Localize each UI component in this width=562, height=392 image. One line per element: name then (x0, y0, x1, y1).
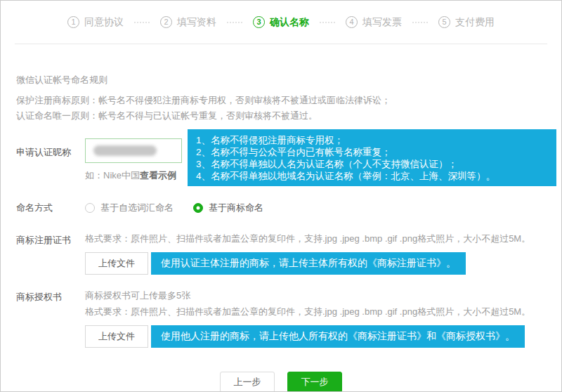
radio-trademark-naming[interactable]: 基于商标命名 (193, 202, 263, 214)
naming-method-row: 命名方式 基于自选词汇命名 基于商标命名 (16, 202, 561, 214)
tooltip-rule-line: 3、名称不得单独以人名为认证名称（个人不支持微信认证）； (196, 158, 548, 170)
step-label: 支付费用 (455, 16, 495, 29)
trademark-auth-column: 商标授权书可上传最多5张 格式要求：原件照片、扫描件或者加盖公章的复印件，支持.… (85, 289, 561, 348)
trademark-cert-upload-button[interactable]: 上传文件 (85, 252, 148, 275)
nickname-rules-tooltip: 1、名称不得侵犯注册商标专用权； 2、名称不得与公众平台内已有帐号名称重复； 3… (188, 129, 556, 186)
trademark-auth-row: 商标授权书 商标授权书可上传最多5张 格式要求：原件照片、扫描件或者加盖公章的复… (16, 289, 561, 348)
trademark-cert-format-note: 格式要求：原件照片、扫描件或者加盖公章的复印件，支持.jpg .jpeg .bm… (85, 233, 561, 245)
step-number-icon: 3 (253, 16, 265, 28)
wechat-verification-page: 1 同意协议 2 填写资料 3 确认名称 4 填写发票 5 支付费用 微信认证帐… (0, 0, 562, 392)
step-number-icon: 1 (67, 16, 79, 28)
footer-actions: 上一步 下一步 (1, 372, 561, 392)
step-fill-invoice: 4 填写发票 (346, 16, 402, 29)
trademark-cert-column: 格式要求：原件照片、扫描件或者加盖公章的复印件，支持.jpg .jpeg .bm… (85, 233, 561, 275)
step-number-icon: 5 (438, 16, 450, 28)
nickname-input[interactable] (85, 138, 182, 163)
step-separator (412, 22, 428, 23)
step-label: 填写资料 (177, 16, 216, 29)
radio-option-label: 基于自选词汇命名 (100, 202, 174, 214)
trademark-auth-upload-button[interactable]: 上传文件 (85, 325, 148, 348)
nickname-label: 申请认证昵称 (16, 129, 85, 159)
radio-selected-icon (193, 203, 203, 213)
nickname-hint-prefix: 如：Nike中国 (85, 170, 140, 181)
nickname-row: 申请认证昵称 如：Nike中国查看示例 1、名称不得侵犯注册商标专用权； 2、名… (16, 129, 561, 186)
naming-method-label: 命名方式 (16, 202, 85, 214)
trademark-cert-tooltip: 使用认证主体注册的商标，请上传主体所有权的《商标注册证书》。 (151, 252, 466, 275)
trademark-auth-label: 商标授权书 (16, 289, 85, 303)
step-pay-fee: 5 支付费用 (438, 16, 495, 29)
view-example-link[interactable]: 查看示例 (140, 170, 176, 181)
step-separator (227, 22, 242, 23)
step-agree-protocol: 1 同意协议 (67, 16, 124, 29)
nickname-hint: 如：Nike中国查看示例 (85, 169, 188, 182)
step-number-icon: 4 (346, 16, 358, 28)
radio-custom-word-naming[interactable]: 基于自选词汇命名 (85, 202, 174, 214)
trademark-cert-row: 商标注册证书 格式要求：原件照片、扫描件或者加盖公章的复印件，支持.jpg .j… (16, 233, 561, 275)
step-confirm-name: 3 确认名称 (253, 16, 309, 29)
step-fill-info: 2 填写资料 (160, 16, 216, 29)
naming-rule-line: 认证命名唯一原则：帐号名不得与已认证帐号重复，否则审核将不被通过。 (16, 108, 547, 124)
trademark-auth-format-note: 格式要求：原件照片、扫描件或者加盖公章的复印件，支持.jpg .jpeg .bm… (85, 306, 561, 318)
trademark-cert-upload-line: 上传文件 使用认证主体注册的商标，请上传主体所有权的《商标注册证书》。 (85, 252, 561, 275)
tooltip-rule-line: 4、名称不得单独以地域名为认证名称（举例：北京、上海、深圳等）。 (196, 170, 548, 182)
trademark-auth-upload-line: 上传文件 使用他人注册的商标，请上传他人所有权的《商标注册证书》和《商标授权书》… (85, 325, 561, 348)
trademark-auth-limit-note: 商标授权书可上传最多5张 (85, 289, 561, 302)
step-separator (320, 22, 335, 23)
blurred-nickname-value (93, 145, 157, 156)
naming-rules-block: 微信认证帐号命名规则 保护注册商标原则：帐号名不得侵犯注册商标专用权，否则审核将… (16, 74, 547, 124)
step-wizard: 1 同意协议 2 填写资料 3 确认名称 4 填写发票 5 支付费用 (1, 1, 561, 44)
naming-rule-line: 保护注册商标原则：帐号名不得侵犯注册商标专用权，否则审核将不被通过或面临法律诉讼… (16, 93, 547, 108)
tooltip-rule-line: 1、名称不得侵犯注册商标专用权； (196, 134, 548, 146)
trademark-auth-tooltip: 使用他人注册的商标，请上传他人所有权的《商标注册证书》和《商标授权书》。 (151, 325, 525, 348)
trademark-cert-label: 商标注册证书 (16, 233, 85, 247)
step-number-icon: 2 (160, 16, 172, 28)
next-step-button[interactable]: 下一步 (287, 372, 342, 392)
previous-step-button[interactable]: 上一步 (220, 372, 275, 392)
step-label: 填写发票 (362, 16, 402, 29)
step-separator (134, 22, 150, 23)
nickname-column: 如：Nike中国查看示例 (85, 129, 188, 182)
step-label: 确认名称 (270, 16, 309, 29)
radio-option-label: 基于商标命名 (209, 202, 263, 214)
radio-unselected-icon (85, 203, 95, 213)
header-divider (15, 44, 547, 44)
tooltip-rule-line: 2、名称不得与公众平台内已有帐号名称重复； (196, 146, 548, 158)
step-label: 同意协议 (84, 16, 124, 29)
naming-rules-title: 微信认证帐号命名规则 (16, 74, 547, 86)
